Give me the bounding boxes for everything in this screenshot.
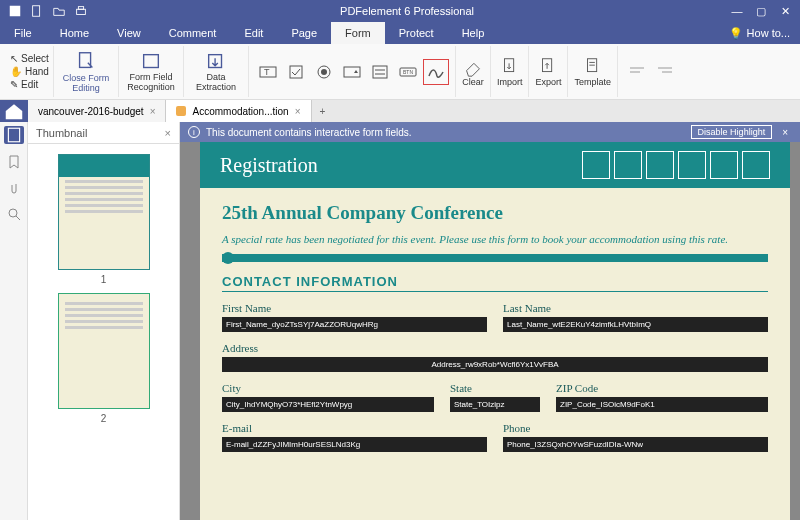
edit-tool[interactable]: ✎Edit	[10, 79, 49, 90]
menubar: File Home View Comment Edit Page Form Pr…	[0, 22, 800, 44]
menu-edit[interactable]: Edit	[230, 22, 277, 44]
page-header-title: Registration	[220, 154, 318, 177]
close-form-editing-button[interactable]: Close Form Editing	[60, 50, 112, 94]
svg-rect-4	[79, 52, 90, 67]
eraser-icon	[462, 56, 484, 78]
template-icon	[582, 56, 604, 78]
thumbnail-panel-button[interactable]	[4, 126, 24, 144]
email-input[interactable]: E-mail_dZZFyJIMImH0urSESLNd3Kg	[222, 437, 487, 452]
svg-point-11	[321, 69, 327, 75]
clear-button[interactable]: Clear	[462, 56, 484, 88]
text-field-tool[interactable]: T	[255, 59, 281, 85]
warning-icon	[176, 106, 186, 116]
first-name-input[interactable]: First_Name_dyoZTsSYj7AaZZORUqwHRg	[222, 317, 487, 332]
menu-comment[interactable]: Comment	[155, 22, 231, 44]
menu-page[interactable]: Page	[277, 22, 331, 44]
close-button[interactable]: ✕	[774, 2, 796, 20]
city-label: City	[222, 382, 434, 394]
svg-rect-27	[8, 128, 19, 142]
menu-form[interactable]: Form	[331, 22, 385, 44]
app-icon	[8, 4, 22, 18]
home-tab-button[interactable]	[0, 100, 28, 122]
svg-rect-1	[33, 6, 40, 17]
city-input[interactable]: City_IhdYMQhyO73*HEfl2YtnWpyg	[222, 397, 434, 412]
address-label: Address	[222, 342, 768, 354]
page-thumb-2[interactable]: 2	[58, 293, 150, 424]
open-icon[interactable]	[52, 4, 66, 18]
print-icon[interactable]	[74, 4, 88, 18]
cursor-icon: ↖	[10, 53, 18, 64]
svg-rect-2	[77, 9, 86, 14]
checkbox-tool[interactable]	[283, 59, 309, 85]
search-panel-button[interactable]	[6, 206, 22, 222]
last-name-label: Last Name	[503, 302, 768, 314]
page-thumb-1[interactable]: 1	[58, 154, 150, 285]
section-heading: CONTACT INFORMATION	[222, 274, 768, 292]
disable-highlight-button[interactable]: Disable Highlight	[691, 125, 773, 139]
align-tool-2[interactable]	[652, 59, 678, 85]
svg-rect-9	[290, 66, 302, 78]
phone-label: Phone	[503, 422, 768, 434]
import-button[interactable]: Import	[497, 56, 523, 88]
menu-home[interactable]: Home	[46, 22, 103, 44]
signature-tool[interactable]	[423, 59, 449, 85]
menu-file[interactable]: File	[0, 22, 46, 44]
form-field-recognition-button[interactable]: Form Field Recognition	[125, 51, 177, 93]
doc-tab-1[interactable]: vancouver-2016-budget×	[28, 100, 166, 122]
doc-tab-2[interactable]: Accommodation...tion×	[166, 100, 311, 122]
add-tab-button[interactable]: +	[312, 106, 334, 117]
attachment-panel-button[interactable]	[6, 180, 22, 196]
doc-title: 25th Annual Company Conference	[222, 202, 768, 224]
thumbnail-title: Thumbnail	[36, 127, 87, 139]
pdf-page: Registration 25th Annual Company Confere…	[200, 142, 790, 520]
button-tool[interactable]: BTN	[395, 59, 421, 85]
export-button[interactable]: Export	[535, 56, 561, 88]
svg-text:T: T	[264, 67, 270, 77]
close-panel-button[interactable]: ×	[165, 127, 171, 139]
header-icons	[582, 151, 770, 179]
last-name-input[interactable]: Last_Name_wtE2EKuY4zimfkLHVtbImQ	[503, 317, 768, 332]
email-label: E-mail	[222, 422, 487, 434]
pencil-icon: ✎	[10, 79, 18, 90]
combo-tool[interactable]	[339, 59, 365, 85]
maximize-button[interactable]: ▢	[750, 2, 772, 20]
doc-intro: A special rate has been negotiated for t…	[222, 232, 768, 246]
close-icon[interactable]: ×	[295, 106, 301, 117]
banner-message: This document contains interactive form …	[206, 127, 685, 138]
state-input[interactable]: State_TOIzipz	[450, 397, 540, 412]
align-tool-1[interactable]	[624, 59, 650, 85]
radio-tool[interactable]	[311, 59, 337, 85]
info-icon: i	[188, 126, 200, 138]
bookmark-panel-button[interactable]	[6, 154, 22, 170]
document-tabstrip: vancouver-2016-budget× Accommodation...t…	[0, 100, 800, 122]
side-iconbar	[0, 122, 28, 520]
minimize-button[interactable]: —	[726, 2, 748, 20]
extraction-icon	[205, 51, 227, 73]
ribbon: ↖Select ✋Hand ✎Edit Close Form Editing F…	[0, 44, 800, 100]
thumbnail-panel: Thumbnail× 1 2	[28, 122, 180, 520]
hand-tool[interactable]: ✋Hand	[10, 66, 49, 77]
phone-input[interactable]: Phone_I3ZSQxhOYwSFuzdIDIa-WNw	[503, 437, 768, 452]
menu-protect[interactable]: Protect	[385, 22, 448, 44]
export-icon	[537, 56, 559, 78]
address-input[interactable]: Address_rw9xRob*Wcfl6Yx1VvFBA	[222, 357, 768, 372]
svg-point-28	[9, 209, 17, 217]
select-tool[interactable]: ↖Select	[10, 53, 49, 64]
hand-icon: ✋	[10, 66, 22, 77]
menu-help[interactable]: Help	[448, 22, 499, 44]
list-tool[interactable]	[367, 59, 393, 85]
new-icon[interactable]	[30, 4, 44, 18]
data-extraction-button[interactable]: Data Extraction	[190, 51, 242, 93]
zip-input[interactable]: ZIP_Code_ISOicM9dFoK1	[556, 397, 768, 412]
svg-rect-12	[344, 67, 360, 77]
close-icon[interactable]: ×	[150, 106, 156, 117]
recognition-icon	[140, 51, 162, 73]
template-button[interactable]: Template	[574, 56, 611, 88]
banner-close-button[interactable]: ×	[778, 127, 792, 138]
app-title: PDFelement 6 Professional	[88, 5, 726, 17]
svg-rect-3	[78, 7, 83, 10]
howto-link[interactable]: 💡How to...	[719, 27, 800, 40]
menu-view[interactable]: View	[103, 22, 155, 44]
home-icon	[0, 100, 28, 122]
first-name-label: First Name	[222, 302, 487, 314]
